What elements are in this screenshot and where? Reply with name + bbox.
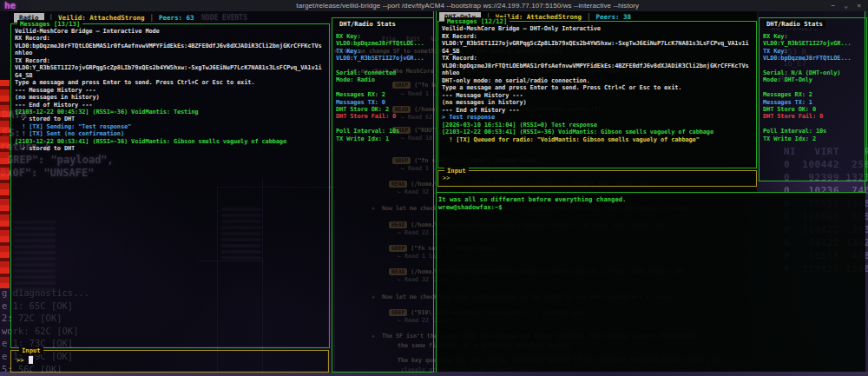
peers-count: Peers: 38 — [596, 13, 632, 21]
terminal-line: VLD0:bpDqzmeJ8rFTQtLOE... — [336, 40, 424, 47]
window-title: target/release/veilid-bridge --port /dev… — [0, 2, 832, 10]
terminal-line: VLD0:bpDqzmeJ8rFTQtLOE... — [763, 55, 852, 62]
terminal-line: Messages TX: 1 — [763, 99, 812, 106]
left-messages-title: Messages [13/13] — [17, 20, 82, 28]
desktop: NODE EVENTS DATA'SS:return {GREP": "payl… — [0, 0, 868, 376]
terminal-line: [2103-12-22 00:53:41] (RSSI=-36) VoidMan… — [442, 129, 713, 135]
terminal-line: VLD0:Y_R3b5ET1I27ojvGRPqg5cZp8LIb79xQEs2… — [15, 64, 322, 71]
right-input-prompt[interactable]: >> — [443, 175, 450, 181]
left-input-cursor — [29, 356, 33, 364]
terminal-line: Messages RX: 2 — [763, 91, 812, 98]
left-input-label: Input — [19, 346, 43, 354]
header-divider: │ — [587, 13, 591, 21]
terminal-line: > Test response — [442, 114, 495, 121]
left-stats-title: DHT/Radio Stats — [337, 20, 398, 28]
wallpaper-red-glow-strip — [0, 80, 10, 288]
terminal-line: DHT Store Fail: 0 — [763, 113, 823, 120]
left-stats-content: RX Key:VLD0:bpDqzmeJ8rFTQtLOE...TX Key:V… — [332, 17, 432, 371]
terminal-line: TX Record: — [15, 57, 50, 64]
terminal-line: TX Record: — [442, 55, 477, 62]
terminal-line: ! [TX] Sending: "Test response" — [15, 123, 131, 130]
terminal-line: DHT Store OK: 0 — [763, 106, 816, 113]
terminal-line: nhleo — [15, 49, 32, 56]
right-messages-content: Veilid-MeshCore Bridge — DHT-Only Intera… — [437, 21, 755, 167]
terminal-line: --- End of History --- — [15, 102, 92, 109]
terminal-line: G4_SB — [442, 48, 459, 55]
right-input-label: Input — [444, 167, 469, 175]
right-stats-title: DHT/Radio Stats — [764, 20, 825, 28]
shell-line: It was all so different before everythin… — [438, 195, 626, 203]
right-input-panel[interactable] — [437, 170, 757, 187]
terminal-line: RX Record: — [442, 33, 477, 40]
terminal-line: G4_SB — [15, 72, 32, 79]
terminal-line: (no messages in history) — [15, 94, 100, 101]
terminal-line: VLD0:bpDqzmeJ8rFTQtLOEbMAS1r0fsAefnvwVMP… — [442, 63, 749, 69]
terminal-line: Mode: Radio — [336, 76, 375, 83]
right-messages-title: Messages [12/12] — [444, 17, 510, 25]
right-shell-bg — [436, 192, 865, 372]
terminal-line: DHT Store OK: 2 — [336, 106, 389, 113]
terminal-line: Veilid-MeshCore Bridge — DHT-Only Intera… — [442, 25, 601, 32]
terminal-line: DHT Store Fail: 0 — [336, 113, 396, 120]
terminal-line: VLD0:Y_R3b5ET1I27ojvGRPqg5cZp8LIb79xQEs2… — [442, 40, 749, 47]
window-titlebar: target/release/veilid-bridge --port /dev… — [0, 0, 868, 11]
minimize-button[interactable]: − — [832, 0, 836, 11]
terminal-line: [2026-03-10 16:51:04] (RSSI=0) Test resp… — [442, 122, 597, 129]
terminal-line: VLD0:Y_R3b5ET1I27ojvGR... — [763, 40, 852, 47]
wallpaper-he-glyphs: he — [4, 0, 16, 11]
terminal-line: TX Write Idx: 1 — [336, 135, 389, 142]
terminal-line: ✓ stored to DHT — [15, 145, 75, 152]
terminal-line: ! [TX] Queued for radio: "VoidMantis: Gi… — [442, 136, 700, 143]
shell-line: wrew@shadowfax:~$ — [438, 203, 503, 211]
terminal-line: RX Key: — [763, 33, 787, 40]
terminal-line: Serial: N/A (DHT-only) — [763, 69, 840, 76]
terminal-line: RX Key: — [336, 33, 360, 40]
left-messages-content: Veilid-MeshCore Bridge — Interactive Mod… — [10, 23, 328, 346]
terminal-line: VLD0:bpDqzmeJ8rFTQtLOEbMAS1r0fsAefnvwVMP… — [15, 43, 322, 49]
terminal-line: Veilid-MeshCore Bridge — Interactive Mod… — [15, 28, 160, 35]
terminal-line: --- End of History --- — [442, 107, 519, 114]
terminal-line: Poll Interval: 10s — [336, 128, 399, 135]
terminal-line: nhleo — [442, 69, 459, 76]
terminal-line: DHT-only mode: no serial/radio connectio… — [442, 77, 590, 84]
terminal-line: Poll Interval: 10s — [763, 128, 826, 135]
terminal-line: Type a message and press Enter to send. … — [442, 84, 681, 91]
right-stats-content: RX Key:VLD0:Y_R3b5ET1I27ojvGR...TX Key:V… — [759, 17, 865, 180]
terminal-line: (no messages in history) — [442, 99, 527, 106]
terminal-line: TX Write Idx: 2 — [763, 135, 816, 142]
terminal-line: ✓ stored to DHT — [15, 115, 75, 122]
terminal-line: Messages RX: 2 — [336, 91, 385, 98]
terminal-line: --- Message History --- — [15, 87, 95, 94]
header-divider: │ — [149, 14, 154, 22]
right-pane-bottom-border — [436, 192, 865, 193]
terminal-line: VLD0:Y_R3b5ET1I27ojvGR... — [336, 55, 424, 62]
terminal-line: TX Key: — [763, 48, 787, 55]
terminal-line: ! [TX] Sent (no confirmation) — [15, 130, 124, 137]
terminal-line: Messages TX: 0 — [336, 99, 385, 106]
left-input-prompt[interactable]: >> — [16, 357, 23, 364]
terminal-line: Type a message and press Enter to send. … — [15, 79, 254, 86]
terminal-line: RX Record: — [15, 35, 50, 42]
terminal-line: TX Key: — [336, 48, 360, 55]
maximize-button[interactable]: ⌄ — [844, 0, 848, 11]
close-button[interactable]: ✕ — [857, 0, 861, 11]
terminal-line: Serial: connected — [336, 69, 396, 76]
left-input-panel[interactable] — [10, 350, 329, 373]
terminal-line: [2103-12-22 00:53:41] (RSSI=-36) VoidMan… — [15, 138, 286, 145]
terminal-line: [2103-12-22 00:45:32] (RSSI=-36) VoidMan… — [15, 109, 198, 115]
peers-count: Peers: 63 — [159, 14, 194, 22]
terminal-line: --- Message History --- — [442, 92, 523, 99]
terminal-line: Mode: DHT-Only — [763, 76, 812, 83]
